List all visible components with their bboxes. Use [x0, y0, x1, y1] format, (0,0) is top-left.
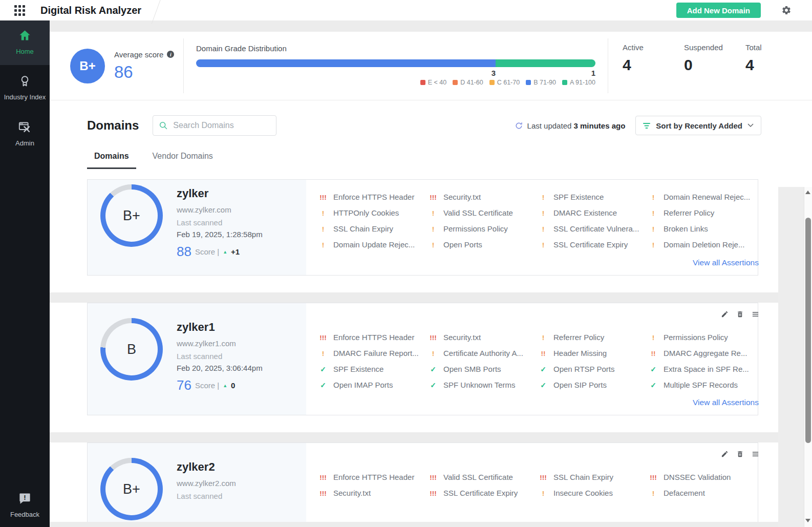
- assertions-column: !!!Security.txt!Certificate Authority A.…: [429, 333, 539, 396]
- domains-title: Domains: [87, 118, 139, 133]
- legend-item: C 61-70: [489, 79, 520, 86]
- sidebar-item-feedback[interactable]: ! Feedback: [0, 485, 50, 525]
- view-all-assertions-link[interactable]: View all Assertions: [693, 258, 759, 267]
- assertion-item: ✓Extra Space in SPF Re...: [649, 365, 759, 381]
- scroll-down-arrow[interactable]: [805, 519, 810, 522]
- edit-pencil-icon[interactable]: [721, 450, 729, 458]
- sort-dropdown[interactable]: Sort by Recently Added: [635, 116, 761, 135]
- edit-pencil-icon[interactable]: [721, 310, 729, 319]
- assertion-item: !Permissions Policy: [649, 333, 759, 349]
- info-icon[interactable]: i: [167, 51, 174, 58]
- scroll-up-arrow[interactable]: [805, 191, 810, 194]
- legend-item: A 91-100: [562, 79, 595, 86]
- assertions-grid: !!!Enforce HTTPS Header!DMARC Failure Re…: [318, 333, 759, 396]
- severity-pass-icon: ✓: [649, 381, 658, 389]
- assertion-item: !!!SSL Chain Expiry: [539, 473, 649, 489]
- view-all-assertions-link[interactable]: View all Assertions: [693, 398, 759, 407]
- segment-count-label: 1: [591, 69, 595, 77]
- last-scanned-label: Last scanned: [177, 352, 263, 361]
- domain-card-left-panel: B+ zylker www.zylker.com Last scanned Fe…: [88, 180, 306, 275]
- severity-low-icon: !: [539, 194, 548, 201]
- severity-critical-icon: !!!: [649, 474, 658, 481]
- domain-url: www.zylker.com: [177, 205, 263, 214]
- assertion-item: !Certificate Authority A...: [429, 349, 539, 365]
- stat-suspended: Suspended 0: [684, 43, 745, 100]
- assertion-label: Referrer Policy: [664, 208, 714, 217]
- domain-card-right-panel: !!!Enforce HTTPS Header!HTTPOnly Cookies…: [306, 180, 771, 275]
- assertion-label: SPF Unknown Terms: [443, 381, 516, 389]
- assertion-item: !Referrer Policy: [649, 208, 759, 224]
- assertions-column: !Referrer Policy!!Header Missing✓Open RT…: [539, 333, 649, 396]
- search-domains-box[interactable]: [153, 115, 276, 136]
- sidebar-item-home[interactable]: Home: [0, 20, 50, 65]
- assertion-label: Security.txt: [443, 193, 481, 201]
- severity-low-icon: !: [429, 241, 438, 249]
- assertion-label: Enforce HTTPS Header: [333, 193, 414, 201]
- assertion-label: Extra Space in SPF Re...: [664, 365, 749, 373]
- sidebar-item-industry-index[interactable]: Industry Index: [0, 68, 50, 108]
- menu-hamburger-icon[interactable]: [752, 450, 760, 458]
- tab-domains[interactable]: Domains: [87, 152, 136, 169]
- assertion-label: Certificate Authority A...: [443, 349, 523, 357]
- sidebar-item-admin[interactable]: Admin: [0, 114, 50, 154]
- segment-count-label: 3: [492, 69, 496, 77]
- severity-low-icon: !: [318, 350, 328, 357]
- severity-low-icon: !: [539, 225, 548, 233]
- domain-card: B+ zylker www.zylker.com Last scanned Fe…: [87, 179, 758, 276]
- app-launcher-grid-icon[interactable]: [14, 5, 25, 16]
- last-scanned-date: Feb 19, 2025, 1:28:58pm: [177, 230, 263, 239]
- assertion-item: !!!Valid SSL Certificate: [429, 473, 539, 489]
- stat-total: Total 4: [745, 43, 807, 100]
- menu-hamburger-icon[interactable]: [752, 310, 760, 319]
- add-new-domain-button[interactable]: Add New Domain: [676, 3, 761, 18]
- severity-low-icon: !: [429, 225, 438, 233]
- settings-gear-icon[interactable]: [781, 5, 792, 15]
- assertion-label: Open IMAP Ports: [333, 381, 393, 389]
- domain-name[interactable]: zylker2: [177, 460, 236, 474]
- assertion-item: !SSL Certificate Expiry: [539, 240, 649, 256]
- assertion-label: Open SMB Ports: [443, 365, 501, 373]
- refresh-icon[interactable]: [515, 122, 523, 130]
- scrollbar-thumb[interactable]: [805, 218, 811, 443]
- last-scanned-label: Last scanned: [177, 218, 263, 227]
- legend-item: E < 40: [420, 79, 447, 86]
- sidebar-item-label: Admin: [15, 139, 34, 147]
- assertion-label: HTTPOnly Cookies: [333, 208, 399, 217]
- domain-grade: B+: [123, 208, 140, 224]
- legend-item: D 41-60: [453, 79, 483, 86]
- sidebar: Home Industry Index Admin ! Feedback: [0, 20, 50, 527]
- assertion-label: Security.txt: [443, 333, 481, 342]
- last-updated-value: 3 minutes ago: [574, 121, 626, 130]
- delete-trash-icon[interactable]: [736, 450, 744, 458]
- severity-pass-icon: ✓: [318, 381, 328, 389]
- domain-name[interactable]: zylker: [177, 187, 263, 200]
- assertion-item: !Domain Update Rejec...: [318, 240, 429, 256]
- domain-name[interactable]: zylker1: [177, 321, 263, 334]
- assertions-column: !!!Enforce HTTPS Header!!!Security.txt: [318, 473, 429, 504]
- last-scanned-label: Last scanned: [177, 492, 236, 500]
- delete-trash-icon[interactable]: [736, 310, 744, 319]
- grade-distribution-chart: Domain Grade Distribution 31 E < 40D 41-…: [184, 32, 608, 100]
- assertion-label: Valid SSL Certificate: [443, 473, 513, 481]
- score-label: Score |: [195, 381, 219, 390]
- assertions-column: !!!SSL Chain Expiry!Insecure Cookies: [539, 473, 649, 504]
- assertion-label: DMARC Existence: [553, 208, 617, 217]
- domain-card-block: B+ zylker www.zylker.com Last scanned Fe…: [87, 179, 812, 292]
- assertion-item: !SSL Certificate Vulnera...: [539, 224, 649, 240]
- score-line: 88 Score | ▲ +1: [177, 244, 263, 260]
- search-domains-input[interactable]: [172, 120, 270, 131]
- tab-vendor-domains[interactable]: Vendor Domains: [145, 152, 220, 169]
- score-up-icon: ▲: [223, 383, 227, 388]
- assertion-item: ✓SPF Unknown Terms: [429, 381, 539, 396]
- vertical-scrollbar[interactable]: [804, 187, 812, 527]
- assertion-item: !HTTPOnly Cookies: [318, 208, 429, 224]
- assertions-grid: !!!Enforce HTTPS Header!HTTPOnly Cookies…: [318, 193, 759, 256]
- title-separator: [152, 0, 161, 24]
- assertion-label: Insecure Cookies: [553, 489, 613, 497]
- legend-swatch: [562, 80, 567, 85]
- legend-swatch: [526, 80, 531, 85]
- card-footer: [87, 415, 812, 432]
- assertion-item: ✓Open IMAP Ports: [318, 381, 429, 396]
- assertion-label: DMARC Failure Report...: [333, 349, 419, 357]
- average-score-label: Average score: [114, 50, 163, 59]
